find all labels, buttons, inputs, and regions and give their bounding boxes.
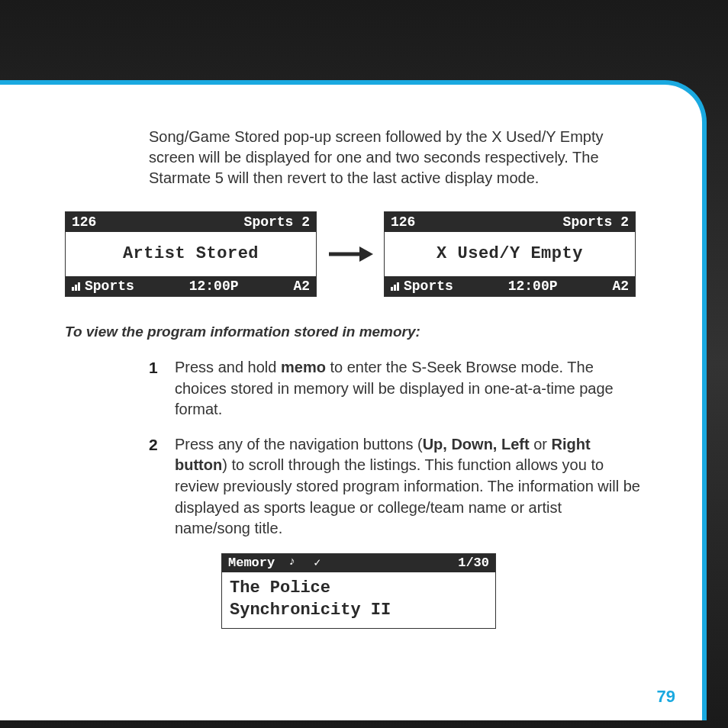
step-text: Press any of the navigation buttons (Up,… bbox=[175, 434, 641, 540]
screen-footer: Sports 12:00P A2 bbox=[385, 276, 635, 296]
channel-name: Sports 2 bbox=[244, 215, 310, 229]
channel-name: Sports 2 bbox=[563, 215, 629, 229]
step-text: Press and hold memo to enter the S-Seek … bbox=[175, 357, 641, 420]
instruction-step: 2 Press any of the navigation buttons (U… bbox=[149, 434, 641, 540]
screen-body: X Used/Y Empty bbox=[385, 232, 635, 276]
artist-name: The Police bbox=[230, 577, 488, 600]
arrow-right-icon bbox=[327, 245, 373, 263]
memory-body: The Police Synchronicity II bbox=[222, 572, 495, 628]
intro-paragraph: Song/Game Stored pop-up screen followed … bbox=[149, 127, 637, 188]
screen-header: 126 Sports 2 bbox=[66, 212, 316, 232]
memory-label: Memory bbox=[228, 556, 275, 570]
section-subheading: To view the program information stored i… bbox=[65, 324, 656, 340]
lcd-screen-used-empty: 126 Sports 2 X Used/Y Empty Sports 12:00… bbox=[384, 211, 636, 297]
category-label: Sports bbox=[404, 279, 453, 293]
screen-sequence: 126 Sports 2 Artist Stored Sports 12:00P… bbox=[65, 211, 656, 297]
page-number: 79 bbox=[657, 687, 675, 707]
instruction-step: 1 Press and hold memo to enter the S-See… bbox=[149, 357, 641, 420]
step-number: 2 bbox=[149, 434, 161, 540]
screen-header: 126 Sports 2 bbox=[385, 212, 635, 232]
screen-footer: Sports 12:00P A2 bbox=[66, 276, 316, 296]
memory-count: 1/30 bbox=[458, 556, 489, 570]
time-label: 12:00P bbox=[508, 279, 558, 293]
preset-label: A2 bbox=[293, 279, 310, 293]
channel-number: 126 bbox=[391, 215, 415, 229]
signal-icon bbox=[72, 282, 80, 291]
step-number: 1 bbox=[149, 357, 161, 420]
category-label: Sports bbox=[85, 279, 134, 293]
song-title: Synchronicity II bbox=[230, 599, 488, 622]
lcd-screen-artist-stored: 126 Sports 2 Artist Stored Sports 12:00P… bbox=[65, 211, 317, 297]
memory-header: Memory ♪ ✓ 1/30 bbox=[222, 554, 495, 572]
checkmark-icon: ✓ bbox=[314, 556, 321, 570]
screen-body: Artist Stored bbox=[66, 232, 316, 276]
channel-number: 126 bbox=[72, 215, 96, 229]
svg-marker-1 bbox=[359, 246, 373, 262]
lcd-screen-memory: Memory ♪ ✓ 1/30 The Police Synchronicity… bbox=[221, 553, 496, 629]
instruction-list: 1 Press and hold memo to enter the S-See… bbox=[149, 357, 641, 540]
preset-label: A2 bbox=[612, 279, 629, 293]
music-note-icon: ♪ bbox=[288, 556, 295, 570]
manual-page: Song/Game Stored pop-up screen followed … bbox=[0, 80, 707, 720]
time-label: 12:00P bbox=[189, 279, 239, 293]
signal-icon bbox=[391, 282, 399, 291]
